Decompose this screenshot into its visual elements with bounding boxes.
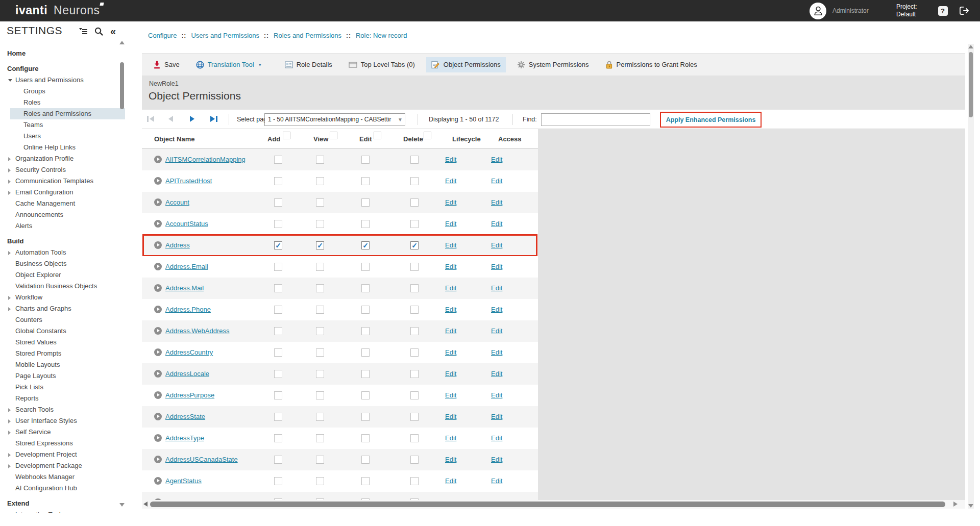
- add-checkbox[interactable]: [274, 434, 282, 442]
- select-all-view-checkbox[interactable]: [330, 132, 337, 139]
- row-expand-icon[interactable]: [154, 348, 162, 356]
- search-icon[interactable]: [94, 27, 103, 36]
- sidebar-item-development-project[interactable]: Development Project: [10, 449, 125, 460]
- add-checkbox[interactable]: [274, 348, 282, 357]
- object-name-link[interactable]: AgentStatus: [165, 477, 202, 485]
- sidebar-item-reports[interactable]: Reports: [10, 393, 125, 404]
- sidebar-item-charts-and-graphs[interactable]: Charts and Graphs: [10, 303, 125, 314]
- edit-checkbox[interactable]: [361, 413, 370, 421]
- object-name-link[interactable]: Address.Mail: [165, 284, 204, 292]
- delete-checkbox[interactable]: [410, 413, 419, 421]
- row-expand-icon[interactable]: [154, 263, 162, 270]
- help-button[interactable]: ?: [937, 5, 948, 16]
- scroll-left-arrow-icon[interactable]: [143, 502, 148, 507]
- edit-checkbox[interactable]: [361, 220, 370, 228]
- view-checkbox[interactable]: [316, 391, 324, 399]
- sidebar-item-announcements[interactable]: Announcements: [10, 209, 125, 220]
- edit-checkbox[interactable]: [361, 177, 370, 185]
- breadcrumb-item[interactable]: Roles and Permissions: [274, 32, 341, 39]
- sidebar-item-roles-and-permissions[interactable]: Roles and Permissions: [10, 108, 125, 119]
- sidebar-item-communication-templates[interactable]: Communication Templates: [10, 176, 125, 187]
- chevron-collapsed-icon[interactable]: [8, 419, 11, 423]
- add-checkbox[interactable]: [274, 391, 282, 399]
- chevron-collapsed-icon[interactable]: [8, 453, 11, 457]
- add-checkbox[interactable]: [274, 327, 282, 335]
- sidebar-item-users[interactable]: Users: [10, 131, 125, 142]
- delete-checkbox[interactable]: [410, 434, 419, 442]
- sidebar-item-roles[interactable]: Roles: [10, 97, 125, 108]
- sidebar-item-integration-tools[interactable]: Integration Tools: [10, 509, 125, 513]
- edit-checkbox[interactable]: [361, 327, 370, 335]
- object-name-link[interactable]: AddressState: [165, 413, 205, 420]
- add-checkbox[interactable]: [274, 177, 282, 185]
- row-expand-icon[interactable]: [154, 156, 162, 163]
- logout-button[interactable]: [959, 5, 970, 16]
- delete-checkbox[interactable]: [410, 391, 419, 399]
- object-name-link[interactable]: Account: [165, 198, 189, 206]
- view-checkbox[interactable]: [316, 477, 324, 485]
- view-checkbox[interactable]: [316, 198, 324, 207]
- edit-checkbox[interactable]: [361, 284, 370, 292]
- access-edit-link[interactable]: Edit: [491, 434, 502, 442]
- object-name-link[interactable]: AddressUSCanadaState: [165, 456, 238, 463]
- delete-checkbox[interactable]: ✓: [410, 241, 419, 249]
- lifecycle-edit-link[interactable]: Edit: [445, 456, 456, 463]
- chevron-collapsed-icon[interactable]: [8, 180, 11, 184]
- access-edit-link[interactable]: Edit: [491, 413, 502, 420]
- delete-checkbox[interactable]: [410, 306, 419, 314]
- vertical-scrollbar[interactable]: [968, 44, 974, 509]
- vertical-scrollbar-thumb[interactable]: [969, 52, 973, 117]
- sidebar-item-pick-lists[interactable]: Pick Lists: [10, 382, 125, 393]
- object-name-link[interactable]: AddressType: [165, 434, 204, 442]
- access-edit-link[interactable]: Edit: [491, 220, 502, 228]
- lifecycle-edit-link[interactable]: Edit: [445, 434, 456, 442]
- row-expand-icon[interactable]: [154, 241, 162, 249]
- lifecycle-edit-link[interactable]: Edit: [445, 370, 456, 378]
- sidebar-item-webhooks-manager[interactable]: Webhooks Manager: [10, 471, 125, 483]
- edit-checkbox[interactable]: [361, 391, 370, 399]
- row-expand-icon[interactable]: [154, 306, 162, 313]
- access-edit-link[interactable]: Edit: [491, 391, 502, 399]
- lifecycle-edit-link[interactable]: Edit: [445, 263, 456, 270]
- access-edit-link[interactable]: Edit: [491, 327, 502, 335]
- sidebar-item-object-explorer[interactable]: Object Explorer: [10, 269, 125, 281]
- first-page-button[interactable]: [147, 116, 154, 122]
- sidebar-item-validation-business-objects[interactable]: Validation Business Objects: [10, 281, 125, 292]
- chevron-collapsed-icon[interactable]: [8, 296, 11, 300]
- row-expand-icon[interactable]: [154, 327, 162, 335]
- breadcrumb-item[interactable]: Configure: [148, 32, 177, 39]
- apply-enhanced-permissions-button[interactable]: Apply Enhanced Permissions: [666, 116, 756, 123]
- lifecycle-edit-link[interactable]: Edit: [445, 198, 456, 206]
- chevron-collapsed-icon[interactable]: [8, 408, 11, 412]
- lifecycle-edit-link[interactable]: Edit: [445, 220, 456, 228]
- edit-checkbox[interactable]: [361, 306, 370, 314]
- sidebar-item-cache-management[interactable]: Cache Management: [10, 198, 125, 209]
- lifecycle-edit-link[interactable]: Edit: [445, 413, 456, 420]
- sidebar-item-mobile-layouts[interactable]: Mobile Layouts: [10, 359, 125, 370]
- add-checkbox[interactable]: [274, 220, 282, 228]
- edit-checkbox[interactable]: [361, 348, 370, 357]
- access-edit-link[interactable]: Edit: [491, 177, 502, 185]
- view-checkbox[interactable]: [316, 156, 324, 164]
- breadcrumb-item[interactable]: Role: New record: [356, 32, 407, 39]
- delete-checkbox[interactable]: [410, 327, 419, 335]
- delete-checkbox[interactable]: [410, 284, 419, 292]
- sidebar-item-email-configuration[interactable]: Email Configuration: [10, 187, 125, 198]
- horizontal-scrollbar-thumb[interactable]: [150, 502, 945, 507]
- find-input[interactable]: [541, 113, 650, 126]
- chevron-collapsed-icon[interactable]: [8, 157, 11, 161]
- sidebar-item-alerts[interactable]: Alerts: [10, 220, 125, 232]
- access-edit-link[interactable]: Edit: [491, 306, 502, 313]
- delete-checkbox[interactable]: [410, 348, 419, 357]
- object-name-link[interactable]: Address.Email: [165, 263, 208, 270]
- sidebar-item-search-tools[interactable]: Search Tools: [10, 404, 125, 415]
- sidebar-item-teams[interactable]: Teams: [10, 119, 125, 131]
- view-checkbox[interactable]: [316, 348, 324, 357]
- access-edit-link[interactable]: Edit: [491, 456, 502, 463]
- select-all-edit-checkbox[interactable]: [374, 132, 381, 139]
- sidebar-item-organization-profile[interactable]: Organization Profile: [10, 153, 125, 164]
- chevron-collapsed-icon[interactable]: [8, 251, 11, 255]
- horizontal-scrollbar[interactable]: [142, 500, 965, 509]
- row-expand-icon[interactable]: [154, 391, 162, 399]
- add-checkbox[interactable]: [274, 263, 282, 271]
